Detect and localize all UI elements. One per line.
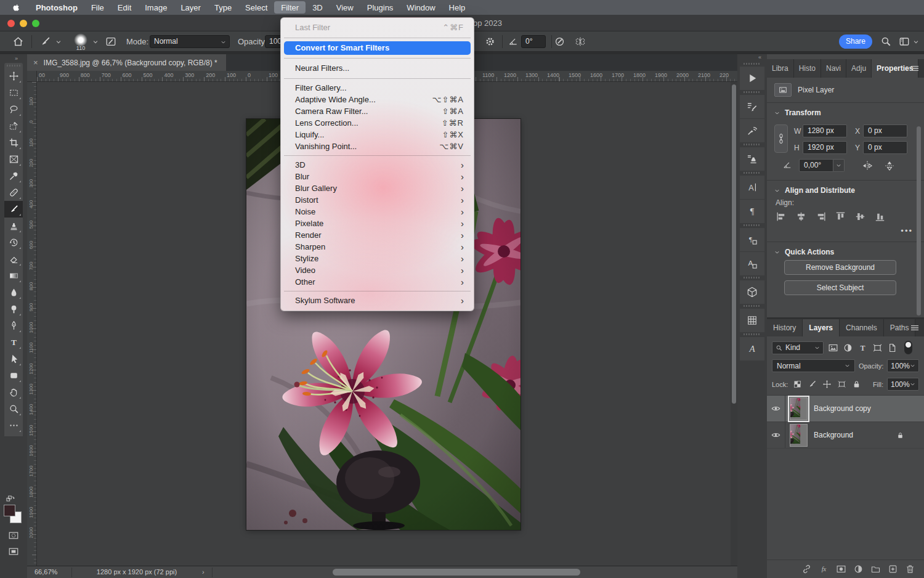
align-bottom[interactable] bbox=[874, 211, 886, 222]
brush-tool[interactable] bbox=[4, 201, 23, 218]
x-field[interactable]: 0 px bbox=[863, 124, 907, 137]
brush-settings-toggle-icon[interactable] bbox=[105, 36, 117, 47]
brush-angle-field[interactable]: 0° bbox=[521, 35, 546, 48]
filter-menu-item[interactable]: Video › bbox=[284, 264, 471, 276]
link-layers[interactable] bbox=[801, 564, 812, 574]
filter-menu-item[interactable]: Filter Gallery... › bbox=[284, 82, 471, 94]
marquee-tool[interactable] bbox=[4, 84, 23, 101]
status-chevron-icon[interactable]: › bbox=[202, 568, 205, 576]
visibility-column[interactable] bbox=[767, 422, 785, 448]
menubar-item[interactable]: Window bbox=[400, 1, 442, 14]
visibility-column[interactable] bbox=[767, 396, 785, 421]
filter-menu-item[interactable]: Vanishing Point... ⌥⌘V › bbox=[284, 140, 471, 152]
flip-vertical-icon[interactable] bbox=[883, 160, 896, 172]
brush-preset-icon[interactable] bbox=[39, 36, 51, 47]
width-field[interactable]: 1280 px bbox=[803, 124, 847, 137]
lock-artboard[interactable] bbox=[837, 380, 846, 389]
lock-transparent-pixels[interactable] bbox=[793, 380, 802, 389]
menubar-item[interactable]: Image bbox=[138, 1, 174, 14]
link-dimensions-button[interactable] bbox=[774, 124, 788, 153]
close-tab-icon[interactable]: × bbox=[33, 58, 38, 67]
horizontal-scrollbar-thumb[interactable] bbox=[333, 569, 580, 576]
eyedropper-tool[interactable] bbox=[4, 168, 23, 184]
glyphs-panel[interactable] bbox=[740, 228, 764, 251]
ruler-origin-corner[interactable] bbox=[27, 71, 37, 82]
character-styles-panel[interactable] bbox=[740, 252, 764, 275]
vertical-scrollbar[interactable] bbox=[731, 82, 737, 566]
layers-group-tab[interactable]: Channels bbox=[840, 319, 884, 336]
pen-tool[interactable] bbox=[4, 317, 23, 334]
filter-type-layers[interactable] bbox=[857, 343, 868, 353]
filter-pixel-layers[interactable] bbox=[828, 343, 838, 353]
new-adjustment-layer[interactable] bbox=[853, 564, 864, 574]
toolbar-grip[interactable] bbox=[4, 63, 23, 68]
height-field[interactable]: 1920 px bbox=[803, 141, 847, 154]
filter-menu-item[interactable]: Liquify... ⇧⌘X › bbox=[284, 129, 471, 140]
menubar-item[interactable]: Edit bbox=[111, 1, 138, 14]
zoom-level[interactable]: 66,67% bbox=[34, 568, 57, 576]
filter-menu-item[interactable]: Lens Correction... ⇧⌘R › bbox=[284, 117, 471, 129]
menubar-item[interactable]: Filter bbox=[274, 1, 306, 14]
layer-opacity-select[interactable]: 100% bbox=[887, 359, 919, 372]
filter-menu-item[interactable]: › bbox=[284, 155, 471, 156]
align-right[interactable] bbox=[815, 211, 827, 222]
apple-icon[interactable] bbox=[11, 3, 20, 12]
hand-tool[interactable] bbox=[4, 384, 23, 401]
dodge-tool[interactable] bbox=[4, 301, 23, 317]
actions-panel[interactable] bbox=[740, 67, 764, 90]
layer-filter-kind-select[interactable]: Kind bbox=[772, 341, 824, 354]
quick-mask-icon[interactable] bbox=[6, 530, 21, 541]
add-layer-mask[interactable] bbox=[836, 564, 846, 574]
chevron-down-icon[interactable] bbox=[913, 39, 919, 45]
filter-menu-item[interactable]: › bbox=[284, 291, 471, 291]
menubar-item[interactable]: Plugins bbox=[360, 1, 400, 14]
filter-menu-item[interactable]: 3D › bbox=[284, 159, 471, 171]
filter-adjustment-layers[interactable] bbox=[843, 343, 853, 353]
properties-panel-tab[interactable]: Histo bbox=[794, 59, 821, 78]
layer-filter-toggle[interactable] bbox=[904, 341, 912, 354]
shape-tool[interactable] bbox=[4, 367, 23, 384]
lasso-tool[interactable] bbox=[4, 101, 23, 118]
lock-position[interactable] bbox=[822, 380, 832, 389]
delete-layer[interactable] bbox=[905, 564, 915, 574]
foreground-color-swatch[interactable] bbox=[4, 505, 15, 516]
transform-section-header[interactable]: Transform bbox=[767, 103, 924, 121]
align-center-h[interactable] bbox=[795, 211, 807, 222]
rotation-angle-field[interactable]: 0,00° bbox=[799, 159, 833, 172]
lock-all[interactable] bbox=[852, 380, 861, 389]
layer-blend-mode-select[interactable]: Normal bbox=[772, 359, 855, 372]
chevron-down-icon[interactable] bbox=[92, 39, 99, 45]
filter-menu-item[interactable]: Blur › bbox=[284, 171, 471, 182]
zoom-tool[interactable] bbox=[4, 401, 23, 417]
menubar-item[interactable]: Type bbox=[208, 1, 238, 14]
filter-menu-item[interactable]: Pixelate › bbox=[284, 218, 471, 229]
chevron-down-icon[interactable] bbox=[55, 39, 62, 45]
histogram-panel[interactable] bbox=[740, 309, 764, 332]
gear-icon[interactable] bbox=[484, 36, 496, 47]
align-section-header[interactable]: Align and Distribute bbox=[767, 181, 924, 198]
align-top[interactable] bbox=[835, 211, 846, 222]
swap-colors-icon[interactable] bbox=[4, 494, 17, 503]
quick-actions-header[interactable]: Quick Actions bbox=[767, 242, 924, 260]
filter-menu-item[interactable]: Noise › bbox=[284, 206, 471, 218]
layers-group-tab[interactable]: History bbox=[767, 319, 803, 336]
eye-icon[interactable] bbox=[771, 432, 780, 438]
layer-fill-select[interactable]: 100% bbox=[887, 378, 919, 391]
properties-scrollbar-thumb[interactable] bbox=[917, 126, 921, 315]
object-selection-tool[interactable] bbox=[4, 118, 23, 134]
layer-row[interactable]: Background copy bbox=[767, 396, 924, 422]
filter-menu-item[interactable]: Last Filter ⌃⌘F › bbox=[284, 21, 471, 35]
filter-menu-item[interactable]: › bbox=[284, 58, 471, 59]
path-selection-tool[interactable] bbox=[4, 351, 23, 367]
frame-tool[interactable] bbox=[4, 151, 23, 168]
filter-menu-item[interactable]: Blur Gallery › bbox=[284, 182, 471, 194]
filter-menu-item[interactable]: Adaptive Wide Angle... ⌥⇧⌘A › bbox=[284, 94, 471, 105]
filter-menu-item[interactable]: Sharpen › bbox=[284, 241, 471, 253]
panel-menu-icon[interactable] bbox=[909, 63, 920, 74]
type-tool[interactable] bbox=[4, 334, 23, 351]
align-middle-v[interactable] bbox=[854, 211, 866, 222]
filter-menu-item[interactable]: › bbox=[284, 38, 471, 38]
styles-panel[interactable] bbox=[740, 337, 764, 360]
filter-menu-item[interactable]: Convert for Smart Filters › bbox=[284, 41, 471, 55]
crop-tool[interactable] bbox=[4, 134, 23, 151]
